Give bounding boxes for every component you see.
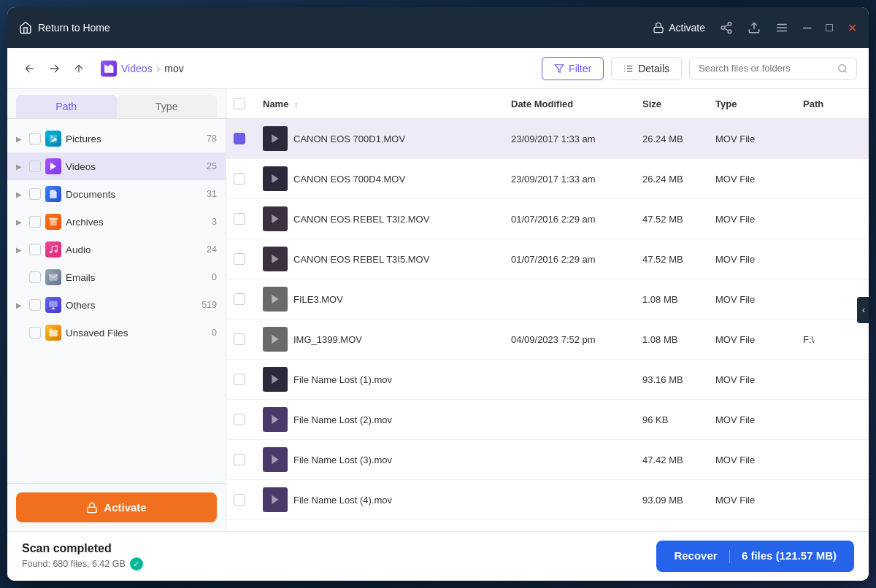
row-type-cell: MOV File (708, 440, 796, 480)
row-path-cell (796, 440, 869, 480)
row-type-cell: MOV File (708, 400, 796, 440)
table-row[interactable]: FILE3.MOV 1.08 MB MOV File (226, 279, 869, 320)
close-button[interactable]: ✕ (848, 21, 857, 35)
minimize-button[interactable]: ─ (803, 21, 811, 34)
return-home-label[interactable]: Return to Home (38, 22, 110, 34)
item-checkbox[interactable] (29, 133, 41, 144)
activate-sidebar-button[interactable]: Activate (16, 492, 217, 522)
search-input[interactable] (699, 63, 831, 74)
row-type-cell: MOV File (708, 119, 796, 159)
row-checkbox[interactable] (234, 414, 245, 425)
svg-point-26 (50, 251, 53, 254)
header-name[interactable]: Name ↑ (256, 89, 504, 119)
file-name: FILE3.MOV (293, 294, 343, 305)
back-button[interactable] (19, 58, 39, 79)
row-checkbox[interactable] (234, 133, 245, 144)
tab-type[interactable]: Type (117, 95, 218, 118)
sidebar-item-audio[interactable]: ▶ Audio 24 (7, 236, 226, 263)
table-header-row: Name ↑ Date Modified Size Type Path (226, 89, 869, 119)
breadcrumb-icon (101, 61, 117, 77)
row-size-cell: 26.24 MB (635, 159, 708, 199)
file-name-container: File Name Lost (4).mov (263, 487, 496, 512)
sidebar-item-videos[interactable]: ▶ Videos 25 (7, 152, 226, 180)
table-row[interactable]: CANON EOS 700D1.MOV 23/09/2017 1:33 am 2… (226, 119, 869, 159)
item-checkbox[interactable] (29, 271, 41, 283)
share-icon[interactable] (720, 21, 733, 34)
table-row[interactable]: CANON EOS REBEL T3I2.MOV 01/07/2016 2:29… (226, 199, 869, 239)
sidebar-item-archives[interactable]: ▶ Archives 3 (7, 208, 226, 236)
row-path-cell (796, 400, 869, 440)
svg-line-4 (724, 28, 728, 31)
file-name-container: FILE3.MOV (263, 287, 496, 312)
documents-label: Documents (66, 189, 202, 200)
svg-point-18 (624, 70, 625, 71)
sidebar-item-unsaved[interactable]: ▶ Unsaved Files 0 (7, 319, 226, 347)
scroll-arrow[interactable]: ‹ (857, 297, 869, 323)
app-window: Return to Home Activate (7, 7, 869, 581)
lock-icon (653, 22, 664, 34)
select-all-checkbox[interactable] (234, 98, 245, 109)
emails-icon (45, 269, 61, 285)
item-checkbox[interactable] (29, 327, 41, 339)
sidebar-item-documents[interactable]: ▶ Documents 31 (7, 180, 226, 208)
file-thumbnail (263, 447, 288, 472)
row-check-cell (226, 279, 256, 320)
row-checkbox[interactable] (234, 213, 245, 225)
tab-path[interactable]: Path (16, 95, 117, 118)
activate-title-button[interactable]: Activate (653, 22, 705, 34)
pictures-count: 78 (207, 134, 217, 144)
header-type[interactable]: Type (708, 89, 796, 119)
forward-button[interactable] (44, 58, 64, 79)
item-checkbox[interactable] (29, 216, 41, 228)
row-size-cell: 47.52 MB (635, 239, 708, 279)
item-checkbox[interactable] (29, 160, 41, 172)
others-label: Others (66, 300, 197, 311)
svg-point-3 (728, 30, 731, 34)
documents-icon (45, 186, 61, 202)
row-name-cell: CANON EOS REBEL T3I2.MOV (256, 199, 504, 239)
table-row[interactable]: File Name Lost (2).mov 96 KB MOV File (226, 400, 869, 440)
file-thumbnail (263, 407, 288, 432)
table-row[interactable]: File Name Lost (4).mov 93.09 MB MOV File (226, 480, 869, 520)
filter-button[interactable]: Filter (542, 57, 604, 80)
table-row[interactable]: File Name Lost (3).mov 47.42 MB MOV File (226, 440, 869, 480)
row-checkbox[interactable] (234, 374, 245, 385)
table-row[interactable]: CANON EOS 700D4.MOV 23/09/2017 1:33 am 2… (226, 159, 869, 199)
sidebar-item-emails[interactable]: ▶ Emails 0 (7, 263, 226, 291)
breadcrumb: Videos › mov (101, 61, 184, 77)
up-button[interactable] (69, 58, 89, 79)
table-row[interactable]: File Name Lost (1).mov 93.16 MB MOV File (226, 360, 869, 400)
row-checkbox[interactable] (234, 253, 245, 265)
item-checkbox[interactable] (29, 299, 41, 311)
details-button[interactable]: Details (611, 57, 682, 80)
recover-button[interactable]: Recover 6 files (121.57 MB) (656, 541, 854, 572)
table-row[interactable]: CANON EOS REBEL T3I5.MOV 01/07/2016 2:29… (226, 239, 869, 279)
maximize-button[interactable]: □ (826, 21, 833, 34)
row-checkbox[interactable] (234, 494, 245, 506)
item-checkbox[interactable] (29, 244, 41, 255)
arrow-icon: ▶ (16, 190, 25, 198)
file-thumbnail (263, 166, 288, 191)
row-checkbox[interactable] (234, 454, 245, 465)
breadcrumb-videos[interactable]: Videos (121, 63, 153, 74)
header-size[interactable]: Size (635, 89, 708, 119)
row-checkbox[interactable] (234, 333, 245, 345)
search-box[interactable] (689, 58, 857, 80)
breadcrumb-mov: mov (164, 63, 183, 74)
header-path[interactable]: Path (796, 89, 869, 119)
svg-point-22 (51, 136, 53, 138)
sidebar-item-pictures[interactable]: ▶ Pictures 78 (7, 125, 226, 152)
row-checkbox[interactable] (234, 173, 245, 185)
sidebar-item-others[interactable]: ▶ Others 519 (7, 291, 226, 319)
files-table: Name ↑ Date Modified Size Type Path (226, 89, 869, 520)
arrow-icon: ▶ (16, 301, 25, 309)
table-row[interactable]: IMG_1399.MOV 04/09/2023 7:52 pm 1.08 MB … (226, 320, 869, 360)
upload-icon[interactable] (748, 21, 761, 34)
item-checkbox[interactable] (29, 188, 41, 200)
row-checkbox[interactable] (234, 293, 245, 305)
header-date[interactable]: Date Modified (504, 89, 635, 119)
row-path-cell (796, 199, 869, 239)
menu-icon[interactable] (775, 21, 788, 34)
file-name: CANON EOS 700D1.MOV (293, 134, 405, 144)
row-check-cell (226, 119, 256, 159)
